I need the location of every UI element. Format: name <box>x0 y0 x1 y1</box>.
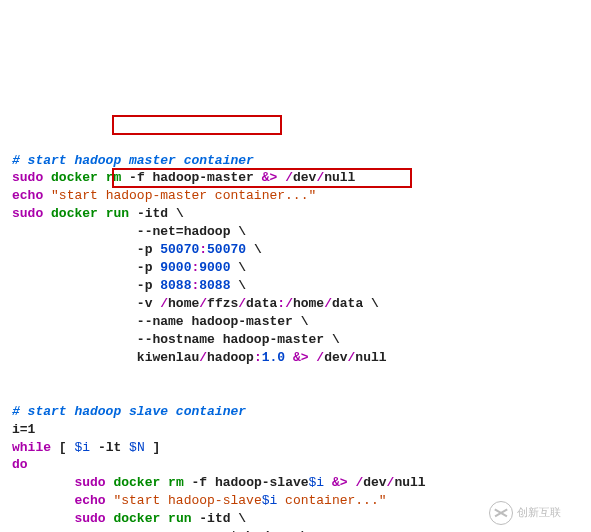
dev: dev <box>363 475 386 490</box>
slash: / <box>199 296 207 311</box>
redirect-amp: &> <box>293 350 309 365</box>
cmd-docker: docker <box>51 170 98 185</box>
comment-start-master: # start hadoop master container <box>12 153 254 168</box>
image-user: kiwenlau <box>137 350 199 365</box>
slash: / <box>160 296 168 311</box>
port-b: 8088 <box>199 278 230 293</box>
var-n: $N <box>129 440 145 455</box>
backslash: \ <box>176 206 184 221</box>
var-i: $i <box>309 475 325 490</box>
kw-echo: echo <box>12 188 43 203</box>
flag-f: -f <box>192 475 208 490</box>
flag-f: -f <box>129 170 145 185</box>
echo-prefix: "start hadoop-slave <box>113 493 261 508</box>
backslash: \ <box>332 332 340 347</box>
vol-seg: ffzs <box>207 296 238 311</box>
p-flag: -p <box>137 242 160 257</box>
rm-target: hadoop-master <box>153 170 254 185</box>
slash: / <box>285 296 293 311</box>
backslash: \ <box>371 296 379 311</box>
echo-string-master: "start hadoop-master container..." <box>51 188 316 203</box>
backslash: \ <box>238 224 246 239</box>
watermark-text: 创新互联 <box>517 508 561 519</box>
port-a: 9000 <box>160 260 191 275</box>
redirect-amp: &> <box>262 170 278 185</box>
bracket: ] <box>153 440 161 455</box>
echo-suffix: container..." <box>277 493 386 508</box>
dev: dev <box>293 170 316 185</box>
null: null <box>324 170 355 185</box>
cmd-docker: docker <box>113 511 160 526</box>
backslash: \ <box>238 278 246 293</box>
slash: / <box>238 296 246 311</box>
port-a: 50070 <box>160 242 199 257</box>
vol-seg: data <box>246 296 277 311</box>
v-flag: -v <box>137 296 160 311</box>
slash: / <box>285 170 293 185</box>
redirect-amp: &> <box>332 475 348 490</box>
var-i: $i <box>74 440 90 455</box>
p-flag: -p <box>137 278 160 293</box>
run-flags: -itd <box>137 206 168 221</box>
watermark-icon <box>489 501 513 525</box>
kw-while: while <box>12 440 51 455</box>
kw-echo: echo <box>74 493 105 508</box>
colon: : <box>277 296 285 311</box>
rm-target-prefix: hadoop-slave <box>215 475 309 490</box>
backslash: \ <box>301 314 309 329</box>
slash: / <box>316 350 324 365</box>
kw-sudo: sudo <box>74 511 105 526</box>
comment-start-slave: # start hadoop slave container <box>12 404 246 419</box>
backslash: \ <box>238 511 246 526</box>
vol-seg: data <box>332 296 363 311</box>
cmd-run: run <box>106 206 129 221</box>
p-flag: -p <box>137 260 160 275</box>
hostname-opt: --hostname hadoop-master <box>137 332 324 347</box>
vol-seg: home <box>293 296 324 311</box>
null: null <box>394 475 425 490</box>
slash: / <box>324 296 332 311</box>
vol-seg: home <box>168 296 199 311</box>
net-opt: --net=hadoop <box>137 224 231 239</box>
var-i: $i <box>262 493 278 508</box>
port-a: 8088 <box>160 278 191 293</box>
kw-do: do <box>12 457 28 472</box>
run-flags: -itd <box>199 511 230 526</box>
i-init: i=1 <box>12 422 35 437</box>
slash: / <box>199 350 207 365</box>
colon: : <box>254 350 262 365</box>
kw-sudo: sudo <box>12 170 43 185</box>
image-tag: 1.0 <box>262 350 285 365</box>
cmd-rm: rm <box>106 170 122 185</box>
image-repo: hadoop <box>207 350 254 365</box>
name-opt: --name hadoop-master <box>137 314 293 329</box>
cmd-docker: docker <box>51 206 98 221</box>
null: null <box>355 350 386 365</box>
dev: dev <box>324 350 347 365</box>
cmd-docker: docker <box>113 475 160 490</box>
watermark-logo: 创新互联 <box>489 500 581 526</box>
colon: : <box>199 242 207 257</box>
kw-sudo: sudo <box>74 475 105 490</box>
cmd-run: run <box>168 511 191 526</box>
kw-sudo: sudo <box>12 206 43 221</box>
cmd-rm: rm <box>168 475 184 490</box>
lt-op: -lt <box>98 440 121 455</box>
bracket: [ <box>59 440 67 455</box>
backslash: \ <box>238 260 246 275</box>
highlight-box-port-9000 <box>112 115 282 135</box>
backslash: \ <box>254 242 262 257</box>
port-b: 9000 <box>199 260 230 275</box>
port-b: 50070 <box>207 242 246 257</box>
